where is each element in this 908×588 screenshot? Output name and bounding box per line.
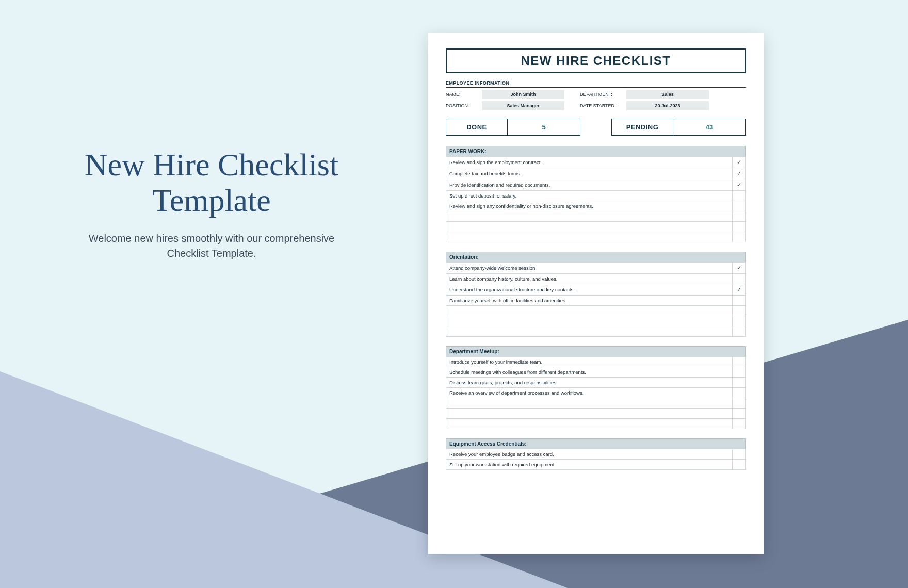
pending-value: 43 <box>673 119 746 136</box>
doc-title-box: NEW HIRE CHECKLIST <box>446 48 746 73</box>
row-text <box>446 409 733 419</box>
row-check <box>733 222 746 232</box>
row-text: Familiarize yourself with office facilit… <box>446 296 733 306</box>
row-check: ✓ <box>733 179 746 191</box>
row-text: Set up direct deposit for salary. <box>446 191 733 201</box>
row-text <box>446 306 733 316</box>
table-row: Familiarize yourself with office facilit… <box>446 296 746 306</box>
section: Orientation:Attend company-wide welcome … <box>446 252 746 337</box>
table-row: Set up your workstation with required eq… <box>446 460 746 470</box>
row-text: Learn about company history, culture, an… <box>446 274 733 284</box>
row-check <box>733 211 746 222</box>
department-value: Sales <box>626 90 709 99</box>
row-check <box>733 357 746 367</box>
section-table: Review and sign the employment contract.… <box>446 156 746 242</box>
status-row: DONE 5 PENDING 43 <box>446 119 746 136</box>
department-label: DEPARTMENT: <box>580 92 626 97</box>
section-header: PAPER WORK: <box>446 146 746 156</box>
row-check <box>733 274 746 284</box>
row-text <box>446 222 733 232</box>
table-row <box>446 326 746 337</box>
row-check <box>733 201 746 211</box>
table-row: Introduce yourself to your immediate tea… <box>446 357 746 367</box>
position-value: Sales Manager <box>482 101 564 110</box>
table-row: Receive your employee badge and access c… <box>446 449 746 460</box>
table-row: Attend company-wide welcome session.✓ <box>446 263 746 274</box>
row-check <box>733 409 746 419</box>
table-row <box>446 419 746 429</box>
row-check: ✓ <box>733 157 746 168</box>
row-text <box>446 398 733 409</box>
table-row: Provide identification and required docu… <box>446 179 746 191</box>
row-check <box>733 378 746 388</box>
row-check <box>733 388 746 398</box>
row-check <box>733 367 746 378</box>
table-row <box>446 316 746 326</box>
row-text: Receive your employee badge and access c… <box>446 449 733 460</box>
table-row: Understand the organizational structure … <box>446 284 746 296</box>
section-header: Department Meetup: <box>446 346 746 356</box>
section: Equipment Access Credentials:Receive you… <box>446 438 746 470</box>
row-check <box>733 191 746 201</box>
position-label: POSITION: <box>446 103 482 108</box>
table-row <box>446 306 746 316</box>
row-check <box>733 296 746 306</box>
row-check: ✓ <box>733 263 746 274</box>
table-row <box>446 232 746 242</box>
row-text: Introduce yourself to your immediate tea… <box>446 357 733 367</box>
row-text: Receive an overview of department proces… <box>446 388 733 398</box>
headline-block: New Hire Checklist Template Welcome new … <box>77 147 346 261</box>
table-row <box>446 398 746 409</box>
row-text: Set up your workstation with required eq… <box>446 460 733 470</box>
section-table: Attend company-wide welcome session.✓Lea… <box>446 262 746 337</box>
row-text: Schedule meetings with colleagues from d… <box>446 367 733 378</box>
table-row: Review and sign the employment contract.… <box>446 157 746 168</box>
table-row: Review and sign any confidentiality or n… <box>446 201 746 211</box>
section: Department Meetup:Introduce yourself to … <box>446 346 746 429</box>
row-text: Provide identification and required docu… <box>446 179 733 191</box>
row-text <box>446 316 733 326</box>
section-table: Introduce yourself to your immediate tea… <box>446 356 746 429</box>
row-check <box>733 419 746 429</box>
employee-info-label: EMPLOYEE INFORMATION <box>446 80 746 88</box>
pending-label: PENDING <box>611 119 673 136</box>
row-text <box>446 232 733 242</box>
headline-title: New Hire Checklist Template <box>77 147 346 219</box>
row-text <box>446 326 733 337</box>
table-row: Schedule meetings with colleagues from d… <box>446 367 746 378</box>
done-label: DONE <box>446 119 508 136</box>
employee-info-grid: NAME: John Smith DEPARTMENT: Sales POSIT… <box>446 90 746 110</box>
name-value: John Smith <box>482 90 564 99</box>
row-check <box>733 449 746 460</box>
row-check <box>733 398 746 409</box>
row-text: Discuss team goals, projects, and respon… <box>446 378 733 388</box>
document-preview: NEW HIRE CHECKLIST EMPLOYEE INFORMATION … <box>428 33 764 554</box>
date-started-label: DATE STARTED: <box>580 103 626 108</box>
section: PAPER WORK:Review and sign the employmen… <box>446 146 746 242</box>
table-row: Receive an overview of department proces… <box>446 388 746 398</box>
table-row: Complete tax and benefits forms.✓ <box>446 168 746 179</box>
section-header: Equipment Access Credentials: <box>446 438 746 449</box>
row-check: ✓ <box>733 284 746 296</box>
name-label: NAME: <box>446 92 482 97</box>
status-done: DONE 5 <box>446 119 580 136</box>
row-text: Attend company-wide welcome session. <box>446 263 733 274</box>
table-row <box>446 211 746 222</box>
headline-subtitle: Welcome new hires smoothly with our comp… <box>77 231 346 261</box>
row-check: ✓ <box>733 168 746 179</box>
row-check <box>733 316 746 326</box>
table-row: Discuss team goals, projects, and respon… <box>446 378 746 388</box>
table-row: Set up direct deposit for salary. <box>446 191 746 201</box>
row-check <box>733 306 746 316</box>
row-check <box>733 232 746 242</box>
row-text: Complete tax and benefits forms. <box>446 168 733 179</box>
row-text: Review and sign any confidentiality or n… <box>446 201 733 211</box>
row-text <box>446 419 733 429</box>
date-started-value: 20-Jul-2023 <box>626 101 709 110</box>
row-text: Review and sign the employment contract. <box>446 157 733 168</box>
section-table: Receive your employee badge and access c… <box>446 449 746 470</box>
done-value: 5 <box>508 119 580 136</box>
row-check <box>733 326 746 337</box>
section-header: Orientation: <box>446 252 746 262</box>
row-text <box>446 211 733 222</box>
